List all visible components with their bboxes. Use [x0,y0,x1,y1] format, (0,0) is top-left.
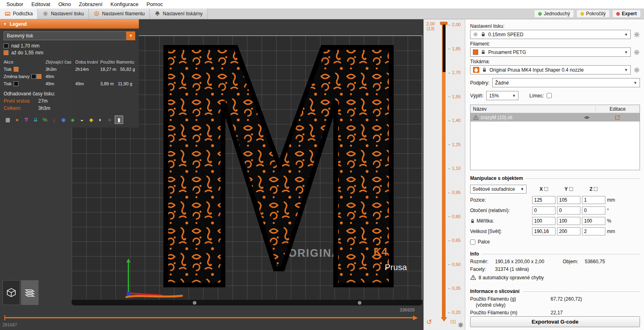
moves-counter-min: 281687 [2,322,17,327]
scale-z-input[interactable] [582,217,605,225]
shells-icon[interactable]: ◐ [96,116,105,124]
filament-used-g-sub: (včetně cívky) [476,302,640,308]
layer-slider-lower-handle[interactable] [441,317,447,322]
tick-label: 1,85 [448,46,460,51]
filament-gear-icon[interactable] [634,49,640,56]
eye-icon[interactable] [584,115,590,120]
purge-line [126,293,184,299]
tool-icon[interactable]: ◆ [87,116,95,124]
export-gcode-button[interactable]: Exportovat G-code [470,316,640,327]
fan-speed-icon[interactable]: ↓ [50,116,58,124]
moves-slider[interactable] [5,317,413,318]
inches-checkbox[interactable] [470,239,475,245]
infill-value: 15% [489,93,510,99]
layer-slider-ruler: 2,00 1,85 1,70 1,55 1,40 1,25 1,10 0,95 … [448,22,460,315]
color-swatch[interactable] [14,67,19,72]
color-swatch[interactable] [14,81,19,86]
tab-printer-settings[interactable]: Nastavení tiskárny [150,8,208,19]
chevron-down-icon: ▼ [624,68,628,72]
printer-gear-icon[interactable] [634,67,640,73]
action-label: Tisk [4,67,12,72]
viewport-3d[interactable]: ORIGINAL [0,19,423,330]
tick-label: 1,40 [448,118,460,123]
remaining-value: 49m [45,74,75,79]
color-swatch[interactable] [31,74,36,79]
position-x-input[interactable] [532,196,555,204]
sphere-icon[interactable]: ○ [105,116,114,124]
slider-settings-gear-icon[interactable] [458,322,464,329]
tick-label: 2,00 [448,22,460,27]
info-warning-row: 8 automaticky opravené chyby [470,274,640,280]
legend-panel: ▼ Legend Barevný tisk ▼ nad 1,70 mm [0,19,139,128]
tab-filament-settings[interactable]: Nastavení filamentu [89,8,150,19]
axis-z-header: Z [582,186,605,192]
speed-icon[interactable]: % [41,116,49,124]
menu-window[interactable]: Okno [54,0,75,8]
time-icon[interactable]: ◒ [78,116,86,124]
size-y-input[interactable] [557,227,580,235]
unit-label: ° [607,208,619,213]
menu-view[interactable]: Zobrazení [75,0,107,8]
color-print-icon[interactable]: ▮ [115,116,123,124]
size-z-input[interactable] [582,227,605,235]
printer-select[interactable]: Original Prusa MK4 Input Shaper 0.4 nozz… [470,65,631,74]
temperature-icon[interactable]: ◉ [59,116,68,124]
mode-advanced-button[interactable]: Pokročilý [576,10,610,18]
size-x-input[interactable] [532,227,555,235]
scale-x-input[interactable] [532,217,555,225]
chevron-down-icon: ▼ [512,94,516,98]
print-bed-front-edge [72,300,422,305]
mode-advanced-label: Pokročilý [586,11,606,16]
print-settings-gear-icon[interactable] [634,31,640,38]
view-type-select[interactable]: Barevný tisk ▼ [4,31,135,40]
printer-label: Tiskárna: [470,59,640,64]
infill-select[interactable]: 15% ▼ [486,91,518,100]
edit-object-icon[interactable] [595,115,640,120]
brim-checkbox[interactable] [547,93,552,98]
color-swatch[interactable] [37,74,41,79]
view-type-dropdown-button[interactable]: ▼ [126,31,135,40]
mode-simple-button[interactable]: Jednoduchý [534,10,574,18]
menu-file[interactable]: Soubor [2,0,27,8]
view-preview-button[interactable] [21,280,39,305]
position-z-input[interactable] [582,196,605,204]
tab-print-settings[interactable]: Nastavení tisku [38,8,89,19]
position-y-input[interactable] [557,196,580,204]
total-time-label: Celkem: [4,105,38,111]
action-label: Změna barvy [4,74,29,79]
undo-icon[interactable]: ↺ [426,318,432,326]
filament-color-swatch [473,50,478,55]
flow-icon[interactable]: ◈ [68,116,77,124]
rotation-label: Otočení (relativní): [470,208,530,213]
tick-label: 0,35 [448,286,460,291]
legend-item: až do 1,55 mm [4,50,135,56]
col-remaining: Zbývající čas [45,60,75,64]
lock-icon[interactable] [470,219,475,224]
view-3d-button[interactable] [2,280,20,305]
filament-select[interactable]: Prusament PETG ▼ [470,47,631,57]
scale-y-input[interactable] [557,217,580,225]
menu-configuration[interactable]: Konfigurace [107,0,142,8]
object-row[interactable]: crazyM (10).stl [471,113,640,122]
gear-icon [43,11,48,16]
rotation-z-input[interactable] [582,206,605,214]
width-icon[interactable]: ⇊ [31,116,40,124]
warning-text: 8 automaticky opravené chyby [479,275,544,280]
filament-label: Filament: [470,41,640,47]
model-object-m[interactable] [163,45,394,287]
rotation-x-input[interactable] [532,206,555,214]
tab-plater[interactable]: Podložka [0,8,38,19]
feature-type-icon[interactable]: ▦ [4,116,12,124]
legend-header[interactable]: ▼ Legend [0,19,139,29]
moves-slider-handle[interactable] [413,316,418,320]
supports-select[interactable]: Žádné ▼ [492,78,640,87]
mode-expert-button[interactable]: Expert [612,10,641,18]
filament-icon[interactable]: ● [13,116,21,124]
coord-system-select[interactable]: Světové souřadnice ▼ [470,185,526,194]
menu-help[interactable]: Pomoc [142,0,167,8]
info-facets-row: Facety: 31374 (1 stěna) [470,266,640,272]
print-settings-select[interactable]: 0.15mm SPEED ▼ [470,30,631,39]
height-icon[interactable]: ⇈ [22,116,31,124]
menu-edit[interactable]: Editovat [27,0,54,8]
rotation-y-input[interactable] [557,206,580,214]
